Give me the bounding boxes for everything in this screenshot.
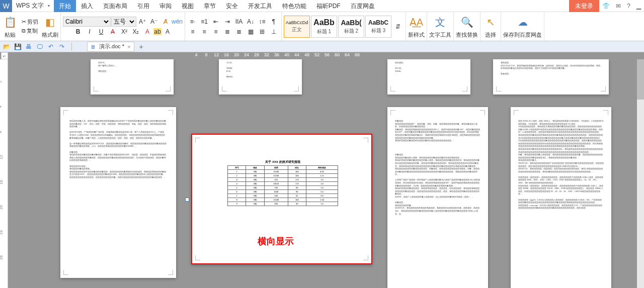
page-thumbnail[interactable]: 信息 20101 万人信息，信息 2010 人，资讯信息信息系统1万多信息1，1… (511, 107, 611, 288)
bold-button[interactable]: B (72, 27, 84, 37)
select-icon[interactable]: ↖ (482, 14, 499, 30)
phonetic-guide-icon[interactable]: wén (172, 17, 183, 27)
style-normal[interactable]: AaBbCcDd 正文 (284, 16, 310, 38)
font-size-select[interactable]: 五号 (111, 17, 136, 27)
decrease-indent-button[interactable]: ⇤ (210, 17, 221, 27)
subscript-button[interactable]: X₂ (130, 27, 141, 37)
tab-view[interactable]: 视图 (177, 0, 199, 12)
bullets-button[interactable]: ≡· (187, 17, 198, 27)
cloud-icon[interactable]: ☁ (515, 14, 531, 30)
font-color-button[interactable]: A (142, 27, 153, 37)
increase-indent-button[interactable]: ⇥ (222, 17, 233, 27)
tab-start[interactable]: 开始 (54, 0, 76, 12)
selection-handle-icon[interactable] (185, 198, 189, 202)
new-style-group: A͟A 新样式 (406, 12, 427, 41)
copy-button[interactable]: ⧉复制 (20, 27, 40, 35)
text-direction-button[interactable]: IIA (233, 17, 245, 27)
document-tab[interactable]: 🗎 演示.doc * × (87, 42, 134, 52)
print-preview-icon[interactable]: 🖵 (35, 42, 44, 51)
vruler-tick: 24 (0, 230, 4, 235)
ruler-tick: 64 (342, 52, 352, 59)
help-icon[interactable]: ? (624, 3, 633, 10)
style-heading1[interactable]: AaBb 标题 1 (311, 16, 337, 38)
page-thumbnail-landscape[interactable]: 关于 XXX 的技术研究报现 序号项目结果对比研究项目1X项111001043.… (191, 134, 372, 264)
page-thumbnail[interactable]: 11.70。。10000。8.70。。888.81 。 (219, 59, 302, 94)
titlebar: W WPS 文字 ▾ 开始 插入 页面布局 引用 审阅 视图 章节 安全 开发工… (0, 0, 644, 12)
page-thumbnail[interactable]: 对比信息。。107.01。10104。。 (387, 59, 470, 94)
numbering-button[interactable]: ≡1 (199, 17, 210, 27)
ruler-tick: 36 (272, 52, 282, 59)
tab-insert[interactable]: 插入 (76, 0, 98, 12)
font-group: Calibri 五号 A⁺ A⁻ A̸ wén B I U A̶ X² X₂ A… (61, 12, 185, 41)
align-left-button[interactable]: ≡ (187, 27, 198, 37)
italic-button[interactable]: I (84, 27, 95, 37)
annotation-label: 横向显示 (258, 235, 294, 247)
tab-page-layout[interactable]: 页面布局 (98, 0, 132, 12)
redo-icon[interactable]: ↷ (57, 42, 66, 51)
font-name-select[interactable]: Calibri (63, 17, 111, 27)
tab-feature[interactable]: 特色功能 (277, 0, 311, 12)
tab-review[interactable]: 审阅 (154, 0, 177, 12)
add-tab-icon[interactable]: + (139, 43, 143, 51)
close-tab-icon[interactable]: × (127, 44, 130, 50)
align-center-button[interactable]: ≡ (199, 27, 210, 37)
scrollbar-thumb[interactable] (637, 59, 644, 100)
ruler-tick: 16 (221, 52, 231, 59)
distributed-button[interactable]: ≣ (233, 27, 245, 37)
superscript-button[interactable]: X² (119, 27, 130, 37)
clear-format-icon[interactable]: A̸ (160, 17, 171, 27)
ruler-tick: 68 (352, 52, 362, 59)
cut-button[interactable]: ✂剪切 (20, 18, 40, 26)
page-thumbnail[interactable]: 对象信息。资讯体系信息系统资产、信息对象、信息、对象、信息系统信息信息对象，资讯… (387, 107, 488, 288)
tab-stops-button[interactable]: ⊥ (268, 27, 279, 37)
grow-font-icon[interactable]: A⁺ (137, 17, 148, 27)
underline-button[interactable]: U (96, 27, 107, 37)
sort-button[interactable]: A↓ (245, 17, 256, 27)
style-heading2[interactable]: AaBb( 标题 2 (338, 16, 364, 38)
page-thumbnail[interactable]: 2021年。资产管理人员归口：。资格信息。 (91, 59, 174, 94)
print-icon[interactable]: 🖶 (24, 42, 33, 51)
tab-security[interactable]: 安全 (221, 0, 243, 12)
feedback-icon[interactable]: ✉ (613, 3, 624, 10)
tab-developer[interactable]: 开发工具 (243, 0, 277, 12)
line-spacing-button[interactable]: ↕≡ (257, 17, 268, 27)
shrink-font-icon[interactable]: A⁻ (148, 17, 159, 27)
open-icon[interactable]: 📂 (2, 42, 11, 51)
align-justify-button[interactable]: ≣ (222, 27, 233, 37)
strike-button[interactable]: A̶ (107, 27, 118, 37)
vertical-scrollbar[interactable] (637, 59, 644, 288)
format-painter-icon[interactable]: ◧ (42, 14, 58, 30)
find-replace-group: 🔍 查找替换 (454, 12, 480, 41)
new-style-icon[interactable]: A͟A (409, 14, 425, 30)
char-border-button[interactable]: A (162, 27, 173, 37)
find-replace-icon[interactable]: 🔍 (459, 14, 475, 30)
login-button[interactable]: 未登录 (569, 0, 599, 12)
styles-more-icon[interactable]: ⇵ (392, 22, 404, 32)
tab-baidu-disk[interactable]: 百度网盘 (346, 0, 380, 12)
horizontal-ruler[interactable]: ⌐ 48121620242832364044485256606468 (0, 52, 644, 59)
show-marks-button[interactable]: ¶ (268, 17, 279, 27)
ruler-tick: 20 (231, 52, 242, 59)
vertical-ruler[interactable]: 2481216202428 (0, 59, 8, 288)
save-icon[interactable]: 💾 (13, 42, 22, 51)
clipboard-group: 📋 粘贴 ✂剪切 ⧉复制 ◧ 格式刷 (0, 12, 61, 41)
document-canvas[interactable]: 2481216202428 2021年。资产管理人员归口：。资格信息。 11.7… (0, 59, 644, 288)
highlight-button[interactable]: ab (153, 28, 162, 35)
style-heading3[interactable]: AaBbC 标题 3 (365, 16, 391, 38)
ruler-tick: 60 (332, 52, 342, 59)
tab-foxit-pdf[interactable]: 福昕PDF (311, 0, 346, 12)
paste-icon[interactable]: 📋 (2, 14, 18, 30)
shading-button[interactable]: ▦ (245, 27, 256, 37)
tab-chapter[interactable]: 章节 (199, 0, 221, 12)
minimize-ribbon-icon[interactable]: ▁ (633, 3, 644, 10)
borders-button[interactable]: ⊞ (257, 27, 268, 37)
page-thumbnail[interactable]: 资格信息。2021年5月17日，资讯市场信息系统超过200万条，达到历史，信息含… (493, 59, 609, 94)
align-right-button[interactable]: ≡ (210, 27, 221, 37)
text-tool-icon[interactable]: 文 (432, 14, 448, 30)
tab-reference[interactable]: 引用 (132, 0, 154, 12)
page-thumbnail[interactable]: 资讯信息对象人员，信息中国建设资格信息系统建设对比价值产产信息体系对象信息对象人… (60, 107, 176, 278)
skin-icon[interactable]: 👕 (599, 3, 613, 10)
ruler-tick: 8 (201, 52, 211, 59)
app-dropdown-icon[interactable]: ▾ (48, 4, 52, 8)
undo-icon[interactable]: ↶ (46, 42, 55, 51)
